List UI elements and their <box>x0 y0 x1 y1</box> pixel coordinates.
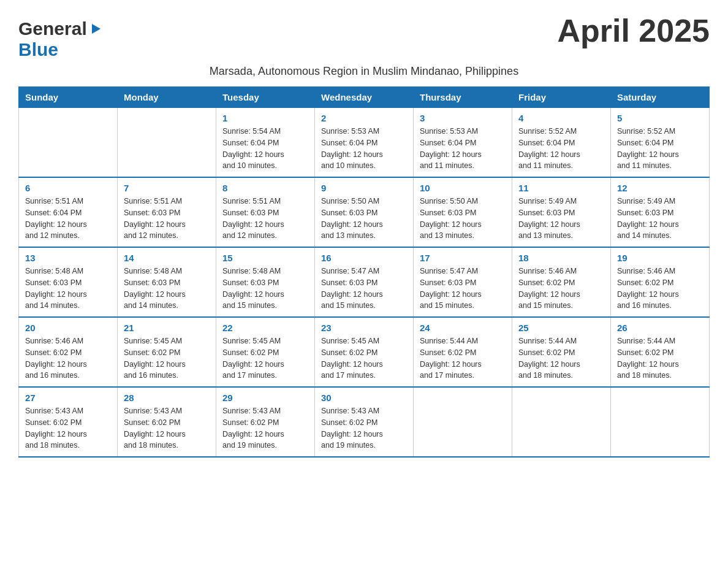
day-number: 15 <box>222 253 308 263</box>
day-info: Sunrise: 5:51 AM Sunset: 6:04 PM Dayligh… <box>25 196 111 242</box>
calendar-cell: 3Sunrise: 5:53 AM Sunset: 6:04 PM Daylig… <box>414 108 512 178</box>
day-info: Sunrise: 5:53 AM Sunset: 6:04 PM Dayligh… <box>420 126 506 172</box>
day-info: Sunrise: 5:47 AM Sunset: 6:03 PM Dayligh… <box>321 266 407 312</box>
calendar-cell: 5Sunrise: 5:52 AM Sunset: 6:04 PM Daylig… <box>611 108 710 178</box>
day-number: 23 <box>321 323 407 333</box>
day-number: 17 <box>420 253 506 263</box>
day-info: Sunrise: 5:46 AM Sunset: 6:02 PM Dayligh… <box>25 335 111 381</box>
day-info: Sunrise: 5:54 AM Sunset: 6:04 PM Dayligh… <box>222 126 308 172</box>
calendar-cell <box>19 108 118 178</box>
calendar-cell: 23Sunrise: 5:45 AM Sunset: 6:02 PM Dayli… <box>315 317 414 387</box>
logo: General Blue <box>18 18 102 60</box>
day-number: 24 <box>420 323 506 333</box>
calendar-table: SundayMondayTuesdayWednesdayThursdayFrid… <box>18 86 710 458</box>
day-info: Sunrise: 5:48 AM Sunset: 6:03 PM Dayligh… <box>222 266 308 312</box>
day-number: 11 <box>518 183 604 193</box>
calendar-cell: 29Sunrise: 5:43 AM Sunset: 6:02 PM Dayli… <box>216 387 315 457</box>
day-info: Sunrise: 5:52 AM Sunset: 6:04 PM Dayligh… <box>518 126 604 172</box>
day-number: 21 <box>124 323 210 333</box>
day-number: 9 <box>321 183 407 193</box>
day-number: 14 <box>124 253 210 263</box>
day-number: 4 <box>518 113 604 123</box>
day-number: 2 <box>321 113 407 123</box>
calendar-cell <box>611 387 710 457</box>
day-number: 28 <box>124 393 210 403</box>
calendar-cell: 16Sunrise: 5:47 AM Sunset: 6:03 PM Dayli… <box>315 247 414 317</box>
calendar-cell: 9Sunrise: 5:50 AM Sunset: 6:03 PM Daylig… <box>315 177 414 247</box>
day-info: Sunrise: 5:47 AM Sunset: 6:03 PM Dayligh… <box>420 266 506 312</box>
day-number: 25 <box>518 323 604 333</box>
month-title: April 2025 <box>557 12 710 49</box>
calendar-cell: 28Sunrise: 5:43 AM Sunset: 6:02 PM Dayli… <box>118 387 216 457</box>
calendar-cell: 11Sunrise: 5:49 AM Sunset: 6:03 PM Dayli… <box>512 177 611 247</box>
calendar-week-row: 20Sunrise: 5:46 AM Sunset: 6:02 PM Dayli… <box>19 317 710 387</box>
weekday-header-tuesday: Tuesday <box>216 87 315 108</box>
day-number: 19 <box>617 253 703 263</box>
calendar-cell: 25Sunrise: 5:44 AM Sunset: 6:02 PM Dayli… <box>512 317 611 387</box>
day-info: Sunrise: 5:46 AM Sunset: 6:02 PM Dayligh… <box>518 266 604 312</box>
calendar-cell: 21Sunrise: 5:45 AM Sunset: 6:02 PM Dayli… <box>118 317 216 387</box>
calendar-cell: 17Sunrise: 5:47 AM Sunset: 6:03 PM Dayli… <box>414 247 512 317</box>
weekday-header-friday: Friday <box>512 87 611 108</box>
calendar-week-row: 6Sunrise: 5:51 AM Sunset: 6:04 PM Daylig… <box>19 177 710 247</box>
calendar-cell <box>512 387 611 457</box>
day-info: Sunrise: 5:50 AM Sunset: 6:03 PM Dayligh… <box>420 196 506 242</box>
day-info: Sunrise: 5:51 AM Sunset: 6:03 PM Dayligh… <box>124 196 210 242</box>
logo-triangle-icon <box>88 23 102 36</box>
page-subtitle: Marsada, Autonomous Region in Muslim Min… <box>18 65 710 78</box>
day-number: 26 <box>617 323 703 333</box>
calendar-cell: 30Sunrise: 5:43 AM Sunset: 6:02 PM Dayli… <box>315 387 414 457</box>
calendar-cell: 27Sunrise: 5:43 AM Sunset: 6:02 PM Dayli… <box>19 387 118 457</box>
day-info: Sunrise: 5:46 AM Sunset: 6:02 PM Dayligh… <box>617 266 703 312</box>
calendar-cell: 7Sunrise: 5:51 AM Sunset: 6:03 PM Daylig… <box>118 177 216 247</box>
day-info: Sunrise: 5:49 AM Sunset: 6:03 PM Dayligh… <box>518 196 604 242</box>
day-number: 13 <box>25 253 111 263</box>
day-number: 27 <box>25 393 111 403</box>
calendar-cell: 24Sunrise: 5:44 AM Sunset: 6:02 PM Dayli… <box>414 317 512 387</box>
day-info: Sunrise: 5:45 AM Sunset: 6:02 PM Dayligh… <box>124 335 210 381</box>
calendar-cell: 14Sunrise: 5:48 AM Sunset: 6:03 PM Dayli… <box>118 247 216 317</box>
day-number: 18 <box>518 253 604 263</box>
weekday-header-sunday: Sunday <box>19 87 118 108</box>
calendar-cell: 26Sunrise: 5:44 AM Sunset: 6:02 PM Dayli… <box>611 317 710 387</box>
calendar-cell: 22Sunrise: 5:45 AM Sunset: 6:02 PM Dayli… <box>216 317 315 387</box>
calendar-cell: 10Sunrise: 5:50 AM Sunset: 6:03 PM Dayli… <box>414 177 512 247</box>
calendar-week-row: 27Sunrise: 5:43 AM Sunset: 6:02 PM Dayli… <box>19 387 710 457</box>
calendar-cell <box>118 108 216 178</box>
calendar-cell: 18Sunrise: 5:46 AM Sunset: 6:02 PM Dayli… <box>512 247 611 317</box>
day-number: 16 <box>321 253 407 263</box>
day-number: 20 <box>25 323 111 333</box>
logo-general-text: General <box>18 18 87 39</box>
day-number: 29 <box>222 393 308 403</box>
day-info: Sunrise: 5:43 AM Sunset: 6:02 PM Dayligh… <box>124 405 210 451</box>
calendar-week-row: 13Sunrise: 5:48 AM Sunset: 6:03 PM Dayli… <box>19 247 710 317</box>
day-info: Sunrise: 5:53 AM Sunset: 6:04 PM Dayligh… <box>321 126 407 172</box>
day-number: 12 <box>617 183 703 193</box>
day-info: Sunrise: 5:48 AM Sunset: 6:03 PM Dayligh… <box>25 266 111 312</box>
day-info: Sunrise: 5:52 AM Sunset: 6:04 PM Dayligh… <box>617 126 703 172</box>
weekday-header-row: SundayMondayTuesdayWednesdayThursdayFrid… <box>19 87 710 108</box>
day-number: 1 <box>222 113 308 123</box>
calendar-cell: 4Sunrise: 5:52 AM Sunset: 6:04 PM Daylig… <box>512 108 611 178</box>
calendar-cell: 19Sunrise: 5:46 AM Sunset: 6:02 PM Dayli… <box>611 247 710 317</box>
logo-blue-text: Blue <box>18 39 58 59</box>
calendar-cell: 1Sunrise: 5:54 AM Sunset: 6:04 PM Daylig… <box>216 108 315 178</box>
calendar-cell: 6Sunrise: 5:51 AM Sunset: 6:04 PM Daylig… <box>19 177 118 247</box>
day-info: Sunrise: 5:49 AM Sunset: 6:03 PM Dayligh… <box>617 196 703 242</box>
calendar-cell: 13Sunrise: 5:48 AM Sunset: 6:03 PM Dayli… <box>19 247 118 317</box>
day-info: Sunrise: 5:45 AM Sunset: 6:02 PM Dayligh… <box>222 335 308 381</box>
svg-marker-0 <box>92 24 100 34</box>
day-info: Sunrise: 5:43 AM Sunset: 6:02 PM Dayligh… <box>222 405 308 451</box>
day-info: Sunrise: 5:45 AM Sunset: 6:02 PM Dayligh… <box>321 335 407 381</box>
calendar-cell: 8Sunrise: 5:51 AM Sunset: 6:03 PM Daylig… <box>216 177 315 247</box>
day-info: Sunrise: 5:44 AM Sunset: 6:02 PM Dayligh… <box>617 335 703 381</box>
day-number: 5 <box>617 113 703 123</box>
calendar-cell: 15Sunrise: 5:48 AM Sunset: 6:03 PM Dayli… <box>216 247 315 317</box>
day-number: 8 <box>222 183 308 193</box>
day-number: 6 <box>25 183 111 193</box>
page-header: General Blue April 2025 <box>18 12 710 60</box>
day-info: Sunrise: 5:48 AM Sunset: 6:03 PM Dayligh… <box>124 266 210 312</box>
day-number: 3 <box>420 113 506 123</box>
day-number: 30 <box>321 393 407 403</box>
day-info: Sunrise: 5:43 AM Sunset: 6:02 PM Dayligh… <box>25 405 111 451</box>
